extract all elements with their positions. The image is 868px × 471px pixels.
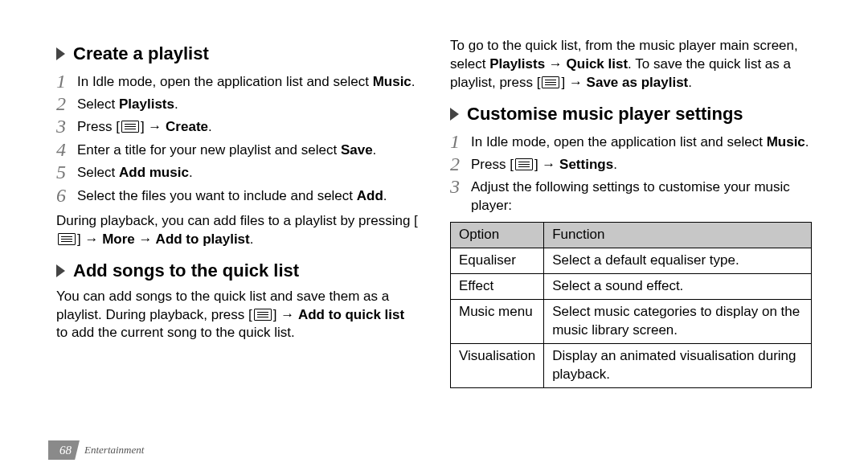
step-body: Select the files you want to include and… — [77, 185, 418, 206]
table-header-function: Function — [544, 223, 812, 248]
paragraph-goto-quick-list: To go to the quick list, from the music … — [450, 37, 812, 92]
paragraph-add-during-playback: During playback, you can add files to a … — [56, 212, 418, 249]
step: 6 Select the files you want to include a… — [56, 185, 418, 206]
chevron-right-icon — [56, 47, 65, 60]
chevron-right-icon — [450, 108, 459, 121]
table-header-option: Option — [451, 223, 544, 248]
cell-option: Equaliser — [451, 248, 544, 274]
step-body: Press [] → Create. — [77, 116, 418, 137]
step-number: 3 — [450, 176, 471, 197]
step: 5 Select Add music. — [56, 162, 418, 182]
cell-option: Music menu — [451, 299, 544, 343]
cell-function: Select a sound effect. — [544, 274, 812, 300]
step: 3 Press [] → Create. — [56, 116, 418, 137]
step-number: 1 — [56, 71, 77, 92]
chevron-right-icon — [56, 264, 65, 277]
cell-function: Display an animated visualisation during… — [544, 343, 812, 387]
section-name: Entertainment — [84, 443, 144, 457]
menu-icon — [121, 121, 139, 133]
menu-icon — [515, 158, 533, 170]
page-footer: 68 Entertainment — [48, 440, 144, 460]
step-number: 3 — [56, 116, 77, 137]
step: 4 Enter a title for your new playlist an… — [56, 139, 418, 160]
step-body: Select Add music. — [77, 162, 418, 182]
step-body: Select Playlists. — [77, 93, 418, 114]
cell-option: Effect — [451, 274, 544, 300]
steps-create-playlist: 1 In Idle mode, open the application lis… — [56, 71, 418, 206]
step: 1 In Idle mode, open the application lis… — [450, 131, 812, 152]
paragraph-quick-list: You can add songs to the quick list and … — [56, 288, 418, 343]
heading-text: Add songs to the quick list — [73, 259, 299, 283]
steps-customise-settings: 1 In Idle mode, open the application lis… — [450, 131, 812, 216]
table-row: Visualisation Display an animated visual… — [451, 343, 812, 387]
step: 3 Adjust the following settings to custo… — [450, 176, 812, 215]
step-body: In Idle mode, open the application list … — [77, 71, 418, 92]
step-body: In Idle mode, open the application list … — [471, 131, 812, 152]
table-header-row: Option Function — [451, 223, 812, 248]
step: 2 Select Playlists. — [56, 93, 418, 114]
step: 2 Press [] → Settings. — [450, 154, 812, 174]
step-number: 5 — [56, 162, 77, 182]
left-column: Create a playlist 1 In Idle mode, open t… — [48, 32, 426, 463]
step-number: 1 — [450, 131, 471, 152]
heading-add-songs-quick-list: Add songs to the quick list — [56, 259, 418, 283]
page-number: 68 — [48, 440, 80, 460]
menu-icon — [254, 309, 272, 321]
step-number: 2 — [450, 154, 471, 174]
menu-icon — [542, 76, 559, 88]
settings-table: Option Function Equaliser Select a defau… — [450, 222, 812, 388]
heading-text: Customise music player settings — [467, 102, 743, 126]
step-number: 2 — [56, 93, 77, 114]
table-row: Music menu Select music categories to di… — [451, 299, 812, 343]
cell-function: Select a default equaliser type. — [544, 248, 812, 274]
menu-icon — [58, 233, 76, 245]
heading-text: Create a playlist — [73, 42, 209, 66]
table-row: Equaliser Select a default equaliser typ… — [451, 248, 812, 274]
step-body: Press [] → Settings. — [471, 154, 812, 174]
step-number: 6 — [56, 185, 77, 206]
step-body: Enter a title for your new playlist and … — [77, 139, 418, 160]
heading-customise-settings: Customise music player settings — [450, 102, 812, 126]
heading-create-playlist: Create a playlist — [56, 42, 418, 66]
step-number: 4 — [56, 139, 77, 160]
step: 1 In Idle mode, open the application lis… — [56, 71, 418, 92]
step-body: Adjust the following settings to customi… — [471, 176, 812, 215]
cell-option: Visualisation — [451, 343, 544, 387]
table-row: Effect Select a sound effect. — [451, 274, 812, 300]
right-column: To go to the quick list, from the music … — [442, 32, 820, 463]
manual-page: Create a playlist 1 In Idle mode, open t… — [0, 0, 868, 471]
cell-function: Select music categories to display on th… — [544, 299, 812, 343]
